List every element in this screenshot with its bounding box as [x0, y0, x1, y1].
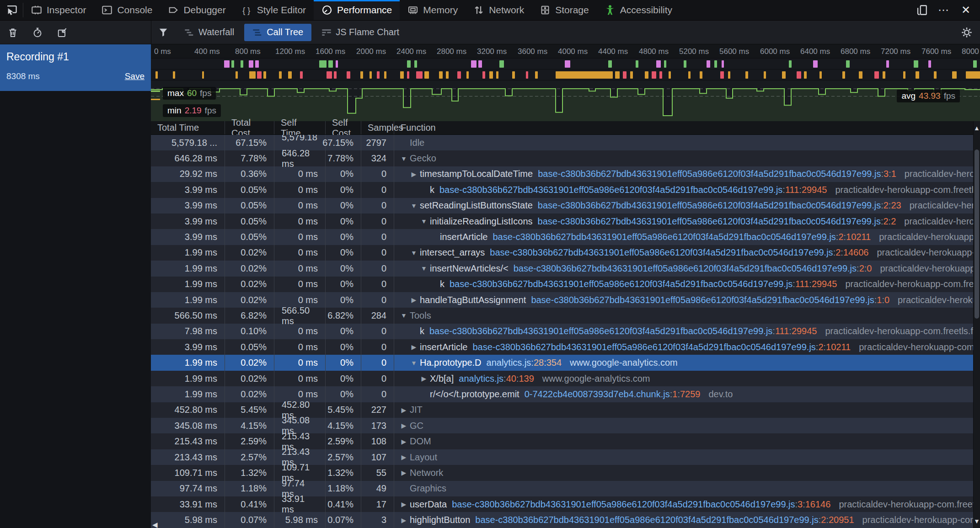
timeline-marker [499, 60, 504, 68]
responsive-design-mode-icon[interactable] [913, 2, 931, 18]
twisty-down-icon[interactable]: ▼ [408, 249, 420, 256]
twisty-down-icon[interactable]: ▼ [418, 218, 430, 225]
self-cost-cell: 0% [326, 166, 361, 182]
twisty-right-icon[interactable]: ▶ [408, 171, 420, 178]
start-recording-button[interactable] [32, 27, 43, 38]
source-url-link[interactable]: base-c380b36b627bdb43631901eff05a986e612… [514, 263, 857, 274]
source-url-link[interactable]: base-c380b36b627bdb43631901eff05a986e612… [538, 216, 881, 227]
total-time-value: 1.99 ms [185, 247, 217, 258]
table-row[interactable]: 1.99 ms0.02%0 ms0%0r/</o</t.prototype.em… [151, 386, 980, 402]
column-header-samples[interactable]: Samples [361, 121, 394, 134]
table-row[interactable]: 1.99 ms0.02%0 ms0%0▼intersect_arraysbase… [151, 245, 980, 261]
source-url-link[interactable]: base-c380b36b627bdb43631901eff05a986e612… [429, 326, 772, 336]
close-devtools-button[interactable]: ✕ [957, 2, 975, 18]
table-row[interactable]: 5.98 ms0.07%5.98 ms0.07%3▶highlightButto… [151, 512, 980, 528]
twisty-down-icon[interactable]: ▼ [398, 155, 410, 162]
scroll-up-arrow-icon[interactable]: ▲ [974, 122, 980, 134]
column-header-self-cost[interactable]: Self Cost [326, 121, 361, 134]
import-recording-button[interactable] [57, 27, 68, 38]
table-row[interactable]: 1.99 ms0.02%0 ms0%0▶X/b[a]analytics.js:4… [151, 371, 980, 386]
devtools-tab-console[interactable]: Console [94, 0, 160, 20]
source-url-link[interactable]: base-c380b36b627bdb43631901eff05a986e612… [439, 185, 782, 195]
vertical-scrollbar[interactable]: ▲ ▼ [973, 121, 980, 528]
table-row[interactable]: 109.71 ms1.32%109.71 ms1.32%55▶Network [151, 465, 980, 480]
twisty-right-icon[interactable]: ▶ [398, 406, 410, 414]
view-tab-js-flame-chart[interactable]: JS Flame Chart [313, 24, 407, 41]
twisty-right-icon[interactable]: ▶ [398, 501, 410, 508]
table-row[interactable]: 345.08 ms4.15%345.08 ms4.15%173▶GC [151, 418, 980, 433]
twisty-right-icon[interactable]: ▶ [398, 438, 410, 445]
column-header-total-cost[interactable]: Total Cost [225, 121, 274, 134]
table-row[interactable]: 213.43 ms2.57%213.43 ms2.57%107▶Layout [151, 449, 980, 465]
table-row[interactable]: 1.99 ms0.02%0 ms0%0▼Ha.prototype.Danalyt… [151, 355, 980, 370]
filter-icon[interactable] [151, 27, 176, 38]
column-header-total-time[interactable]: Total Time [151, 121, 225, 134]
recording-list-item[interactable]: Recording #1 8308 ms Save [0, 44, 151, 91]
source-url-link[interactable]: base-c380b36b627bdb43631901eff05a986e612… [493, 232, 835, 242]
devtools-tab-style-editor[interactable]: { }Style Editor [234, 0, 314, 20]
twisty-right-icon[interactable]: ▶ [398, 469, 410, 476]
column-header-self-time[interactable]: Self Time [274, 121, 326, 134]
devtools-tab-inspector[interactable]: Inspector [23, 0, 94, 20]
source-url-link[interactable]: base-c380b36b627bdb43631901eff05a986e612… [452, 499, 795, 510]
devtools-tab-storage[interactable]: Storage [532, 0, 597, 20]
table-row[interactable]: 1.99 ms0.02%0 ms0%0▼insertNewArticles/<b… [151, 261, 980, 276]
source-url-link[interactable]: base-c380b36b627bdb43631901eff05a986e612… [472, 342, 815, 352]
twisty-down-icon[interactable]: ▼ [408, 202, 420, 209]
source-url-link[interactable]: base-c380b36b627bdb43631901eff05a986e612… [531, 295, 874, 305]
twisty-down-icon[interactable]: ▼ [418, 265, 430, 272]
timeline-overview[interactable]: 0 ms400 ms800 ms1200 ms1600 ms2000 ms240… [151, 44, 980, 121]
gear-icon[interactable] [961, 27, 980, 38]
source-url-link[interactable]: 0-7422cb4e0087393d7eb4.chunk.js [525, 389, 670, 400]
devtools-tab-memory[interactable]: Memory [400, 0, 466, 20]
source-url-link[interactable]: base-c380b36b627bdb43631901eff05a986e612… [475, 515, 818, 525]
table-row[interactable]: 3.99 ms0.05%0 ms0%0▶insertArticlebase-c3… [151, 339, 980, 355]
table-row[interactable]: 3.99 ms0.05%0 ms0%0kbase-c380b36b627bdb4… [151, 182, 980, 197]
view-tab-call-tree[interactable]: Call Tree [244, 24, 311, 41]
source-url-link[interactable]: analytics.js [487, 357, 531, 368]
table-row[interactable]: 3.99 ms0.05%0 ms0%0▼initializeReadingLis… [151, 213, 980, 229]
devtools-tab-debugger[interactable]: Debugger [160, 0, 233, 20]
devtools-tab-performance[interactable]: Performance [314, 0, 400, 20]
table-row[interactable]: 566.50 ms6.82%566.50 ms6.82%284▼Tools [151, 308, 980, 323]
scroll-left-arrow-icon[interactable]: ◀ [152, 521, 158, 528]
twisty-down-icon[interactable]: ▼ [398, 312, 410, 319]
scrollbar-thumb[interactable] [975, 149, 979, 319]
twisty-right-icon[interactable]: ▶ [408, 343, 420, 351]
table-row[interactable]: 1.99 ms0.02%0 ms0%0kbase-c380b36b627bdb4… [151, 277, 980, 292]
source-url-link[interactable]: analytics.js [459, 373, 503, 384]
source-url-link[interactable]: base-c380b36b627bdb43631901eff05a986e612… [490, 247, 833, 258]
clear-recordings-button[interactable] [7, 27, 18, 38]
view-tab-waterfall[interactable]: Waterfall [176, 24, 242, 41]
source-url-link[interactable]: base-c380b36b627bdb43631901eff05a986e612… [538, 169, 881, 179]
devtools-tab-accessibility[interactable]: Accessibility [597, 0, 680, 20]
table-row[interactable]: 452.80 ms5.45%452.80 ms5.45%227▶JIT [151, 402, 980, 418]
scroll-down-arrow-icon[interactable]: ▼ [974, 515, 980, 527]
table-row[interactable]: 646.28 ms7.78%646.28 ms7.78%324▼Gecko [151, 150, 980, 166]
table-row[interactable]: 1.99 ms0.02%0 ms0%0▶handleTagButtAssignm… [151, 292, 980, 308]
table-row[interactable]: 7.98 ms0.10%0 ms0%0kbase-c380b36b627bdb4… [151, 324, 980, 339]
twisty-right-icon[interactable]: ▶ [398, 453, 410, 461]
source-url-link[interactable]: base-c380b36b627bdb43631901eff05a986e612… [538, 200, 881, 211]
devtools-menu-button[interactable]: ⋯ [935, 2, 953, 18]
source-url-link[interactable]: base-c380b36b627bdb43631901eff05a986e612… [450, 279, 793, 289]
self-time-cell: 0 ms [274, 182, 326, 197]
table-row[interactable]: 5,579.18 ...67.15%5,579.18 ...67.15%2797… [151, 135, 980, 150]
twisty-right-icon[interactable]: ▶ [398, 422, 410, 429]
pick-element-button[interactable] [0, 0, 23, 20]
twisty-right-icon[interactable]: ▶ [408, 296, 420, 304]
table-row[interactable]: 33.91 ms0.41%33.91 ms0.41%17▶userDatabas… [151, 496, 980, 512]
samples-value: 107 [371, 452, 386, 463]
devtools-tab-network[interactable]: Network [466, 0, 532, 20]
twisty-right-icon[interactable]: ▶ [398, 517, 410, 524]
table-row[interactable]: 3.99 ms0.05%0 ms0%0▼setReadingListButton… [151, 198, 980, 213]
twisty-down-icon[interactable]: ▼ [408, 359, 420, 367]
table-row[interactable]: 3.99 ms0.05%0 ms0%0insertArticlebase-c38… [151, 229, 980, 245]
table-row[interactable]: 29.92 ms0.36%0 ms0%0▶timestampToLocalDat… [151, 166, 980, 182]
table-row[interactable]: 215.43 ms2.59%215.43 ms2.59%108▶DOM [151, 433, 980, 449]
twisty-right-icon[interactable]: ▶ [418, 375, 430, 382]
table-row[interactable]: 97.74 ms1.18%97.74 ms1.18%49Graphics [151, 481, 980, 496]
column-header-function[interactable]: Function [394, 121, 980, 134]
save-recording-link[interactable]: Save [125, 71, 145, 81]
framerate-graph[interactable]: max60fps min2.19fps avg43.93fps [151, 80, 980, 121]
